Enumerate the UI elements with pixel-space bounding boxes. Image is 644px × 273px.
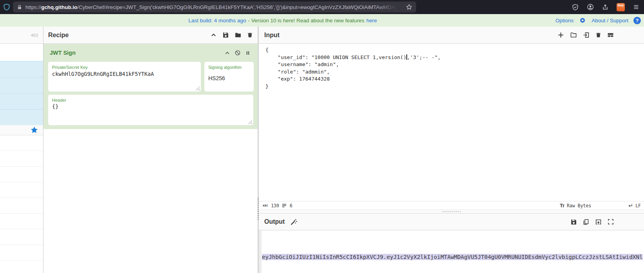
maximise-output-icon[interactable] xyxy=(608,219,614,225)
operation-list-item[interactable] xyxy=(0,135,43,151)
field-label: Header xyxy=(52,98,249,102)
url-bar[interactable]: https://gchq.github.io/CyberChef/#recipe… xyxy=(13,2,416,13)
help-glyph: ? xyxy=(636,18,639,23)
operations-search-bar[interactable]: 463 xyxy=(0,27,43,44)
save-output-icon[interactable] xyxy=(570,219,577,225)
operation-category-row[interactable] xyxy=(0,93,43,110)
io-splitter-handle[interactable] xyxy=(442,211,461,212)
main-area: 463 xyxy=(0,27,644,273)
shield-check-icon[interactable] xyxy=(572,4,579,11)
output-title: Output xyxy=(264,218,285,225)
character-count-icon: ABC xyxy=(263,204,268,207)
operation-arguments-row: Private/Secret Key ckwhHlG7OgG9LRnGRgIEL… xyxy=(43,62,258,92)
input-header-icons xyxy=(557,32,614,38)
cyberchef-app: https://gchq.github.io/CyberChef/#recipe… xyxy=(0,0,644,273)
breakpoint-pause-icon[interactable] xyxy=(245,50,251,56)
operation-header[interactable]: JWT Sign xyxy=(43,44,258,62)
operation-list xyxy=(0,135,43,260)
input-line: } xyxy=(265,83,644,90)
private-secret-key-field[interactable]: Private/Secret Key ckwhHlG7OgG9LRnGRgIEL… xyxy=(48,62,201,92)
url-scheme: https:// xyxy=(25,4,41,10)
favourite-operation-row[interactable] xyxy=(0,125,43,135)
clear-io-trash-icon[interactable] xyxy=(595,32,601,38)
output-header-icons xyxy=(570,219,614,225)
bookmark-star-icon[interactable] xyxy=(406,4,412,10)
replace-input-with-output-icon[interactable] xyxy=(595,219,602,225)
signing-algorithm-value[interactable]: HS256 xyxy=(208,75,250,81)
signing-algorithm-select[interactable]: Signing algorithm HS256 xyxy=(204,62,254,92)
input-encoding-controls: Tr Raw Bytes LF xyxy=(560,203,641,208)
operation-arguments-row: Header {} xyxy=(43,95,258,125)
operation-list-item[interactable] xyxy=(0,214,43,229)
banner-text: - Version 10 is here! Read about the new… xyxy=(248,18,364,23)
input-encoding-selector[interactable]: Raw Bytes xyxy=(567,203,591,208)
collapse-operation-icon[interactable] xyxy=(224,50,230,56)
input-line: "username": "admin", xyxy=(265,61,644,68)
options-link[interactable]: Options xyxy=(556,18,574,23)
burp-extension-label: Burp xyxy=(618,4,624,7)
browser-toolbar: https://gchq.github.io/CyberChef/#recipe… xyxy=(0,0,644,14)
operation-list-item[interactable] xyxy=(0,167,43,182)
operation-list-item[interactable] xyxy=(0,229,43,245)
copy-output-icon[interactable] xyxy=(583,219,589,225)
clear-recipe-trash-icon[interactable] xyxy=(247,32,253,38)
build-banner: Last build: 4 months ago - Version 10 is… xyxy=(0,14,644,27)
header-value[interactable]: {} xyxy=(52,103,249,110)
favourite-star-icon[interactable] xyxy=(30,126,38,134)
open-file-input-icon[interactable] xyxy=(583,32,590,38)
operation-category-row[interactable] xyxy=(0,110,43,126)
input-line-text: ,'3';-- -", xyxy=(407,54,441,60)
url-text[interactable]: https://gchq.github.io/CyberChef/#recipe… xyxy=(25,4,403,10)
operation-category-row[interactable] xyxy=(0,61,43,77)
burp-extension-icon[interactable]: Burp xyxy=(617,3,625,11)
save-recipe-icon[interactable] xyxy=(222,32,229,38)
operation-count-badge: 463 xyxy=(31,33,38,38)
input-line: { xyxy=(265,47,644,54)
help-icon[interactable]: ? xyxy=(633,17,641,24)
private-secret-key-value[interactable]: ckwhHlG7OgG9LRnGRgIELB41kF5YTKaA xyxy=(52,71,197,77)
load-recipe-folder-icon[interactable] xyxy=(235,32,242,38)
operation-list-item[interactable] xyxy=(0,151,43,167)
add-input-tab-icon[interactable] xyxy=(557,32,564,38)
banner-links: Options About / Support ? xyxy=(556,14,641,27)
header-field[interactable]: Header {} xyxy=(48,95,253,125)
operation-category-row[interactable] xyxy=(0,77,43,93)
recipe-header: Recipe xyxy=(43,27,258,44)
operation-list-item[interactable] xyxy=(0,182,43,198)
last-build-link[interactable]: Last build: 4 months ago xyxy=(188,18,246,23)
menu-icon[interactable] xyxy=(633,4,639,10)
line-ending-return-icon[interactable] xyxy=(627,203,633,208)
tracking-protection-shield-icon[interactable] xyxy=(3,4,10,11)
here-link[interactable]: here xyxy=(366,18,377,23)
operation-list-item[interactable] xyxy=(0,198,43,214)
open-folder-icon[interactable] xyxy=(570,32,577,38)
share-extension-icon[interactable] xyxy=(602,4,608,10)
line-ending-selector[interactable]: LF xyxy=(635,203,641,208)
operations-sidebar: 463 xyxy=(0,27,43,273)
url-domain: gchq.github.io xyxy=(41,4,77,10)
recipe-title: Recipe xyxy=(48,32,69,39)
about-support-link[interactable]: About / Support xyxy=(592,18,628,23)
input-line: "user_id": "10000 UNION SELECT 1,version… xyxy=(265,54,644,61)
io-panel: Input xyxy=(259,27,644,273)
collapse-recipe-icon[interactable] xyxy=(210,32,217,38)
recipe-operation-jwt-sign[interactable]: JWT Sign Priva xyxy=(43,44,258,129)
resize-handle[interactable] xyxy=(195,86,200,90)
input-line: "exp": 1764744328 xyxy=(265,75,644,83)
url-path: /CyberChef/#recipe=JWT_Sign('ckwhHlG7OgG… xyxy=(77,4,403,10)
io-splitter[interactable] xyxy=(259,210,644,213)
input-line: "role": "admmin", xyxy=(265,68,644,76)
account-icon[interactable] xyxy=(587,4,594,11)
input-editor[interactable]: { "user_id": "10000 UNION SELECT 1,versi… xyxy=(259,44,644,201)
resize-handle[interactable] xyxy=(248,120,252,124)
input-header: Input xyxy=(259,27,644,44)
text-size-icon[interactable]: Tr xyxy=(560,203,565,208)
gear-icon[interactable] xyxy=(579,16,586,24)
output-editor[interactable]: eyJhbGciOiJIUzI1NiIsInR5cCI6IkpXVCJ9.eyJ… xyxy=(259,230,644,273)
operation-list-item[interactable] xyxy=(0,245,43,260)
magic-wand-icon[interactable] xyxy=(290,218,298,226)
output-line: eyJhbGciOiJIUzI1NiIsInR5cCI6IkpXVCJ9.eyJ… xyxy=(262,253,644,260)
lock-icon[interactable] xyxy=(17,4,22,10)
reset-layout-icon[interactable] xyxy=(607,32,614,38)
disable-operation-icon[interactable] xyxy=(235,50,241,56)
